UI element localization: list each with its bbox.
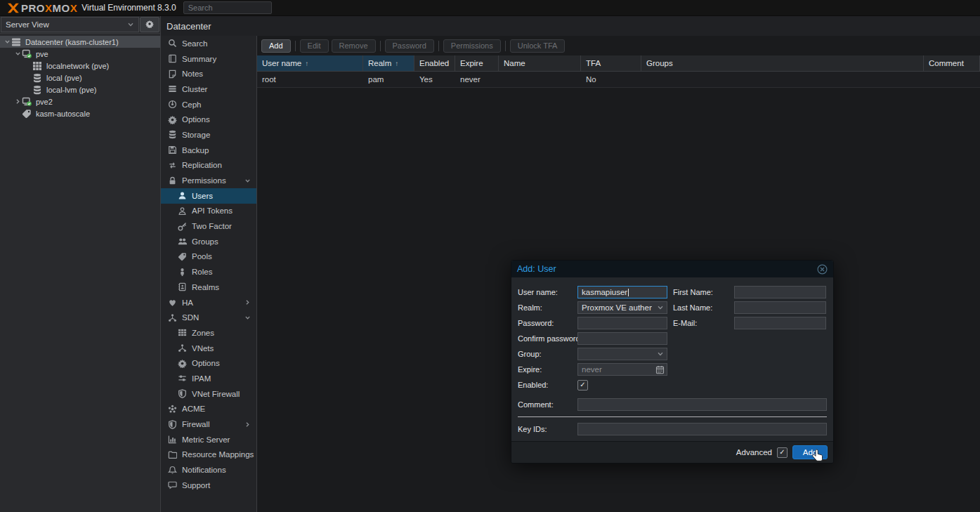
nav-item-notifications[interactable]: Notifications: [161, 462, 256, 478]
confirm-password-field[interactable]: [577, 332, 667, 345]
toolbar-separator: [438, 41, 439, 51]
column-header-name[interactable]: Name: [499, 55, 581, 71]
view-mode-select[interactable]: Server View: [1, 17, 139, 32]
column-header-expire[interactable]: Expire: [455, 55, 499, 71]
dialog-title-bar[interactable]: Add: User: [511, 261, 833, 277]
column-header-user-name[interactable]: User name↑: [257, 55, 363, 71]
nav-item-options[interactable]: Options: [161, 355, 256, 371]
add-button[interactable]: Add: [792, 445, 828, 459]
tree-node[interactable]: local-lvm (pve): [0, 84, 160, 96]
nav-item-label: Roles: [192, 268, 212, 276]
column-header-groups[interactable]: Groups: [641, 55, 924, 71]
node-online-icon: [22, 49, 32, 59]
close-icon[interactable]: [817, 264, 828, 275]
nav-item-two-factor[interactable]: Two Factor: [161, 218, 256, 234]
nav-item-ipam[interactable]: IPAM: [161, 371, 256, 386]
username-field[interactable]: kasmapiuser: [577, 286, 667, 298]
add-user-dialog: Add: User User name: kasmapiuser First N…: [511, 260, 834, 464]
users-toolbar: AddEditRemovePasswordPermissionsUnlock T…: [257, 36, 980, 55]
chevron-down-icon: [657, 350, 664, 357]
resource-tree-panel: Server View Datacenter (kasm-cluster1)pv…: [0, 16, 161, 512]
tree-node[interactable]: pve: [0, 48, 160, 60]
nav-item-permissions[interactable]: Permissions: [161, 173, 256, 188]
address-book-icon: [178, 282, 188, 292]
advanced-label: Advanced: [736, 448, 772, 457]
nav-item-pools[interactable]: Pools: [161, 249, 256, 265]
nav-item-replication[interactable]: Replication: [161, 158, 256, 173]
shield-icon: [168, 419, 178, 429]
nav-item-ha[interactable]: HA: [161, 295, 256, 310]
floppy-icon: [168, 145, 178, 155]
nav-item-metric-server[interactable]: Metric Server: [161, 432, 256, 447]
table-cell: [641, 72, 924, 87]
chevron-down-icon: [657, 304, 664, 311]
column-header-enabled[interactable]: Enabled: [414, 55, 455, 71]
nav-item-search[interactable]: Search: [161, 36, 256, 51]
nav-item-resource-mappings[interactable]: Resource Mappings: [161, 447, 256, 463]
chevron-down-icon[interactable]: [3, 39, 11, 46]
note-icon: [168, 69, 178, 79]
column-header-comment[interactable]: Comment: [924, 55, 980, 71]
nav-item-zones[interactable]: Zones: [161, 325, 256, 341]
column-header-label: Enabled: [419, 59, 449, 67]
toolbar-separator: [295, 41, 296, 51]
nav-item-cluster[interactable]: Cluster: [161, 81, 256, 97]
table-row[interactable]: rootpamYesneverNo: [257, 72, 980, 88]
nav-item-options[interactable]: Options: [161, 112, 256, 127]
tree-node[interactable]: kasm-autoscale: [0, 107, 160, 119]
nav-item-backup[interactable]: Backup: [161, 143, 256, 158]
column-header-tfa[interactable]: TFA: [581, 55, 641, 71]
toolbar-separator: [380, 41, 381, 51]
search-icon: [168, 39, 178, 48]
tree-node[interactable]: Datacenter (kasm-cluster1): [0, 36, 160, 48]
nav-item-ceph[interactable]: Ceph: [161, 97, 256, 112]
lastname-field[interactable]: [734, 301, 826, 314]
tag-icon: [178, 251, 188, 261]
permissions-button: Permissions: [443, 39, 501, 53]
nav-item-groups[interactable]: Groups: [161, 234, 256, 249]
comment-field[interactable]: [577, 398, 827, 411]
nav-item-acme[interactable]: ACME: [161, 402, 256, 417]
nav-item-label: Notes: [182, 70, 203, 78]
global-search-input[interactable]: [183, 1, 272, 14]
nav-item-support[interactable]: Support: [161, 478, 256, 493]
advanced-checkbox[interactable]: ✓: [777, 447, 788, 458]
nav-item-storage[interactable]: Storage: [161, 127, 256, 143]
column-header-realm[interactable]: Realm↑: [363, 55, 414, 71]
nav-item-users[interactable]: Users: [161, 188, 256, 204]
nav-item-summary[interactable]: Summary: [161, 51, 256, 67]
table-cell: pam: [363, 72, 414, 87]
tree-settings-button[interactable]: [140, 17, 159, 32]
tree-node[interactable]: localnetwork (pve): [0, 60, 160, 72]
nav-item-label: Realms: [192, 283, 219, 291]
chevron-right-icon[interactable]: [13, 98, 22, 105]
nav-item-realms[interactable]: Realms: [161, 280, 256, 295]
proxmox-logo-icon: [7, 3, 19, 13]
tree-arrow-spacer: [24, 86, 32, 93]
nav-item-vnets[interactable]: VNets: [161, 341, 256, 356]
username-label: User name:: [518, 288, 577, 296]
nav-item-sdn[interactable]: SDN: [161, 310, 256, 325]
nav-item-notes[interactable]: Notes: [161, 66, 256, 81]
calendar-icon[interactable]: [655, 365, 665, 374]
nav-item-label: Ceph: [182, 100, 202, 109]
enabled-checkbox[interactable]: ✓: [577, 380, 588, 390]
chevron-down-icon: [244, 178, 251, 184]
chevron-down-icon: [127, 21, 134, 28]
firstname-field[interactable]: [734, 286, 826, 298]
chevron-down-icon[interactable]: [13, 51, 22, 58]
add-button[interactable]: Add: [261, 39, 291, 53]
password-field[interactable]: [577, 317, 667, 329]
tree-node[interactable]: pve2: [0, 96, 160, 107]
group-select[interactable]: [577, 348, 667, 360]
expire-field[interactable]: never: [577, 363, 667, 376]
nav-item-vnet-firewall[interactable]: VNet Firewall: [161, 386, 256, 402]
realm-select[interactable]: Proxmox VE authenticat: [577, 301, 667, 314]
nav-item-firewall[interactable]: Firewall: [161, 416, 256, 432]
nav-item-api-tokens[interactable]: API Tokens: [161, 204, 256, 219]
edit-button: Edit: [300, 39, 329, 53]
email-field[interactable]: [734, 317, 826, 329]
key-ids-field[interactable]: [577, 423, 827, 435]
tree-node[interactable]: local (pve): [0, 72, 160, 84]
nav-item-roles[interactable]: Roles: [161, 264, 256, 280]
